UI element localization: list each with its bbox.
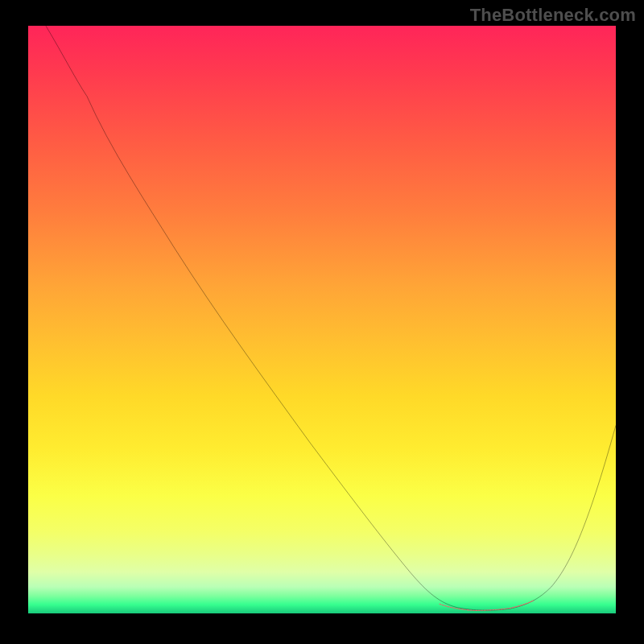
bottleneck-curve-path [46,26,616,610]
watermark-text: TheBottleneck.com [470,5,636,26]
flat-segment-highlight-path [440,601,534,610]
chart-stage: TheBottleneck.com [0,0,644,644]
curve-overlay [28,26,616,613]
plot-area [28,26,616,613]
